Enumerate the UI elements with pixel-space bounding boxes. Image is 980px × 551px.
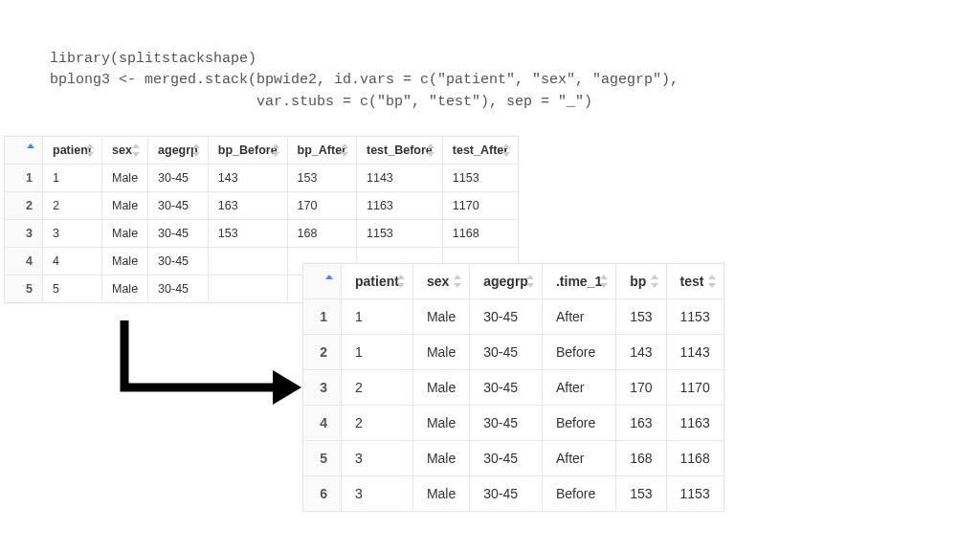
cell-patient: 2: [342, 406, 413, 441]
cell-bp: 153: [616, 299, 666, 335]
sort-icon: [427, 143, 436, 157]
sort-icon: [397, 275, 407, 288]
cell-time1: Before: [542, 335, 615, 370]
cell-test-before: 1153: [357, 220, 443, 248]
cell-bp-before: [208, 276, 287, 303]
cell-agegrp: 30-45: [470, 335, 543, 370]
sort-icon: [651, 275, 660, 288]
col-label: patient: [355, 274, 399, 289]
col-header-bp-after[interactable]: bp_After: [287, 137, 356, 165]
sort-icon: [708, 275, 718, 288]
cell-sex: Male: [412, 335, 469, 370]
table-row: 22Male30-4516317011631170: [5, 192, 519, 220]
cell-sex: Male: [412, 441, 469, 476]
transform-arrow-icon: [105, 320, 306, 426]
row-index: 5: [5, 276, 43, 303]
cell-time1: After: [542, 370, 615, 406]
row-index: 6: [303, 476, 342, 512]
cell-patient: 2: [342, 370, 413, 406]
col-header-agegrp[interactable]: agegrp: [148, 137, 209, 165]
cell-time1: Before: [542, 476, 615, 512]
cell-agegrp: 30-45: [148, 276, 209, 303]
cell-patient: 1: [342, 335, 413, 370]
row-index-header[interactable]: [303, 264, 342, 299]
cell-test: 1163: [666, 406, 724, 441]
table-row: 63Male30-45Before1531153: [303, 476, 724, 512]
row-index-header[interactable]: [5, 137, 43, 165]
col-header-agegrp[interactable]: agegrp: [470, 264, 543, 299]
cell-sex: Male: [101, 276, 147, 303]
cell-agegrp: 30-45: [148, 192, 209, 220]
table-row: 42Male30-45Before1631163: [303, 406, 724, 441]
sort-icon: [502, 143, 512, 157]
cell-patient: 1: [342, 299, 413, 335]
cell-agegrp: 30-45: [148, 248, 209, 276]
row-index: 4: [5, 248, 43, 276]
cell-patient: 1: [43, 165, 102, 192]
cell-test-after: 1170: [442, 192, 518, 220]
col-label: bp_After: [298, 143, 346, 157]
cell-test-before: 1163: [357, 192, 443, 220]
table-row: 21Male30-45Before1431143: [303, 335, 724, 370]
table-row: 33Male30-4515316811531168: [5, 220, 519, 248]
cell-bp-after: 168: [287, 220, 356, 248]
cell-test: 1168: [666, 441, 724, 476]
col-header-sex[interactable]: sex: [412, 264, 469, 299]
sort-asc-icon: [325, 275, 335, 288]
col-header-test-after[interactable]: test_After: [442, 137, 518, 165]
cell-patient: 3: [43, 220, 102, 248]
row-index: 4: [303, 406, 342, 441]
cell-agegrp: 30-45: [470, 476, 543, 512]
col-header-test[interactable]: test: [666, 264, 724, 299]
sort-icon: [132, 143, 142, 157]
row-index: 1: [5, 165, 43, 192]
cell-bp-before: 153: [208, 220, 287, 248]
code-line: library(splitstackshape): [50, 51, 256, 67]
cell-sex: Male: [101, 220, 147, 248]
row-index: 3: [303, 370, 342, 406]
sort-icon: [341, 143, 350, 157]
cell-test: 1153: [666, 476, 724, 512]
cell-agegrp: 30-45: [470, 370, 543, 406]
col-header-bp-before[interactable]: bp_Before: [208, 137, 287, 165]
col-label: test: [680, 274, 704, 289]
sort-icon: [526, 275, 536, 288]
col-label: agegrp: [483, 274, 528, 289]
cell-test-after: 1168: [442, 220, 518, 248]
sort-icon: [454, 275, 463, 288]
cell-bp: 168: [616, 441, 666, 476]
col-header-time1[interactable]: .time_1: [542, 264, 615, 299]
cell-sex: Male: [101, 165, 147, 192]
cell-agegrp: 30-45: [470, 441, 543, 476]
col-label: test_After: [453, 143, 508, 157]
col-header-sex[interactable]: sex: [101, 137, 147, 165]
row-index: 3: [5, 220, 43, 248]
cell-bp-after: 170: [287, 192, 356, 220]
cell-test: 1143: [666, 335, 724, 370]
cell-test: 1153: [666, 299, 724, 335]
col-label: sex: [112, 143, 132, 157]
cell-test: 1170: [666, 370, 724, 406]
col-label: bp: [630, 274, 646, 289]
cell-patient: 3: [342, 476, 413, 512]
row-index: 5: [303, 441, 342, 476]
sort-icon: [600, 275, 610, 288]
cell-bp: 163: [616, 406, 666, 441]
cell-bp-before: [208, 248, 287, 276]
row-index: 1: [303, 299, 342, 335]
col-label: .time_1: [556, 274, 602, 289]
cell-test-before: 1143: [357, 165, 443, 192]
col-label: bp_Before: [218, 143, 278, 157]
cell-bp: 143: [616, 335, 666, 370]
row-index: 2: [5, 192, 43, 220]
output-table-long: patient sex agegrp .time_1 bp test 11Mal…: [302, 263, 724, 512]
sort-icon: [192, 143, 202, 157]
col-header-patient[interactable]: patient: [342, 264, 413, 299]
cell-bp-before: 163: [208, 192, 287, 220]
col-header-test-before[interactable]: test_Before: [357, 137, 443, 165]
cell-sex: Male: [412, 370, 469, 406]
col-header-bp[interactable]: bp: [616, 264, 666, 299]
cell-sex: Male: [412, 299, 469, 335]
cell-sex: Male: [101, 248, 147, 276]
col-header-patient[interactable]: patient: [43, 137, 102, 165]
